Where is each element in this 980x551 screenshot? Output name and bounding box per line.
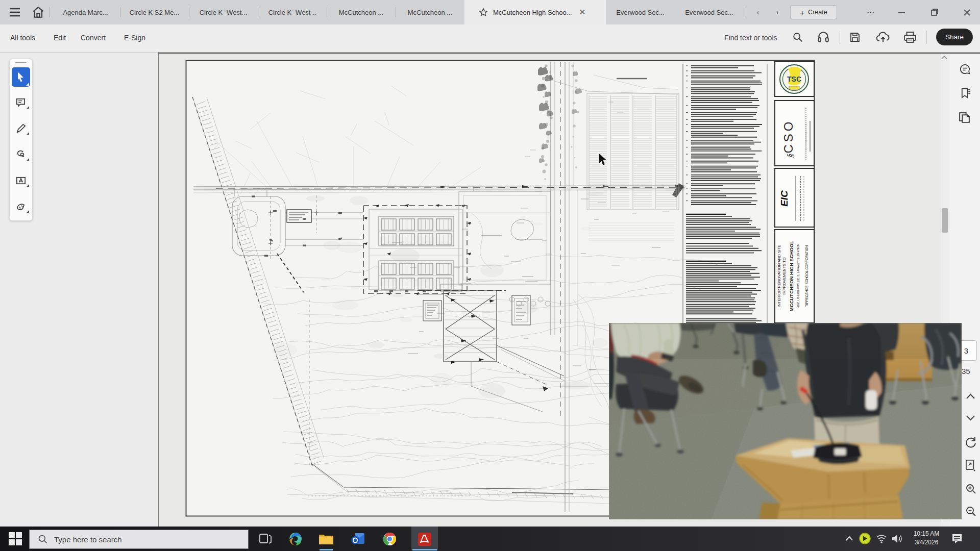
svg-text:MCCUTCHEON HIGH SCHOOL: MCCUTCHEON HIGH SCHOOL xyxy=(789,241,794,311)
svg-text:INTERIOR RENOVATION AND SITE: INTERIOR RENOVATION AND SITE xyxy=(777,245,781,308)
svg-text:TIPPECANOE SCHOOL CORPORATION: TIPPECANOE SCHOOL CORPORATION xyxy=(805,245,808,307)
svg-text:CSO: CSO xyxy=(781,119,795,153)
svg-text:4951 US HIGHWAY 231 S, LAFAYET: 4951 US HIGHWAY 231 S, LAFAYETTE, IN 479… xyxy=(797,244,800,308)
svg-text:IMPROVEMENTS TO: IMPROVEMENTS TO xyxy=(782,257,787,294)
svg-text:§: § xyxy=(786,154,795,158)
svg-text:TSC: TSC xyxy=(787,75,801,83)
svg-text:EIC: EIC xyxy=(779,190,790,207)
